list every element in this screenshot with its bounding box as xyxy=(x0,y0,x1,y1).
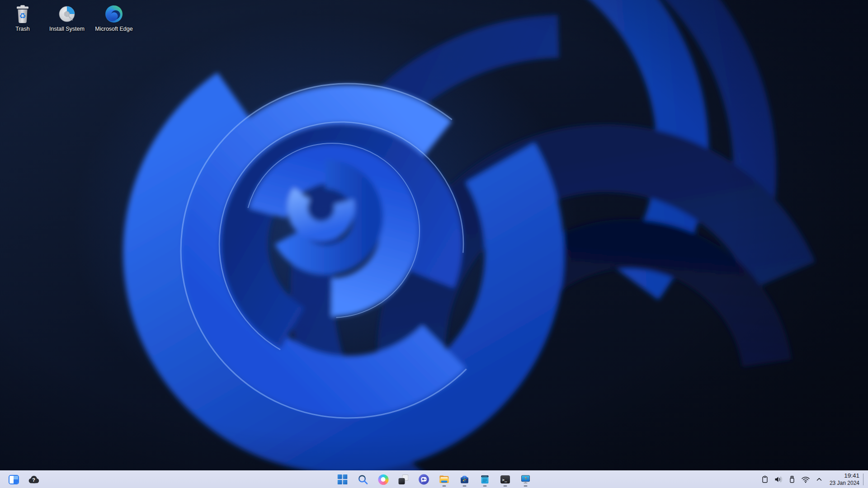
file-explorer-button[interactable] xyxy=(435,472,453,487)
hidden-icons-button[interactable] xyxy=(812,472,826,487)
windows-desktop: ♻ Trash xyxy=(0,0,868,488)
chevron-up-icon xyxy=(816,476,823,483)
desktop-icon-trash[interactable]: ♻ Trash xyxy=(1,4,44,33)
clipboard-icon xyxy=(761,475,769,483)
running-indicator xyxy=(483,485,487,487)
clock-date: 23 Jan 2024 xyxy=(830,480,859,487)
usb-tray-button[interactable] xyxy=(785,472,799,487)
store-bag-button[interactable] xyxy=(456,472,474,487)
taskbar-center-cluster: >_ xyxy=(334,471,535,488)
desktop-icon-label: Trash xyxy=(4,26,42,33)
taskbar-tray: 19:41 23 Jan 2024 xyxy=(758,471,868,488)
desktop-icon-microsoft-edge[interactable]: Microsoft Edge xyxy=(92,4,136,33)
clipboard-tray-button[interactable] xyxy=(758,472,772,487)
desktop-icon-label: Install System xyxy=(48,26,86,33)
clock[interactable]: 19:41 23 Jan 2024 xyxy=(826,472,863,486)
store-bag-icon xyxy=(459,474,470,485)
notepad-button[interactable] xyxy=(476,472,494,487)
volume-icon xyxy=(774,475,783,483)
task-view-icon xyxy=(399,474,409,484)
start-button[interactable] xyxy=(334,472,352,487)
show-desktop-divider xyxy=(863,474,863,485)
terminal-prompt-glyph: >_ xyxy=(502,478,507,482)
wallpaper-bloom xyxy=(0,0,868,488)
chat-icon xyxy=(419,474,429,485)
display-question-icon xyxy=(520,474,531,485)
weather-cloud-icon: ? xyxy=(28,474,40,484)
windows-logo-icon xyxy=(338,474,348,484)
clock-time: 19:41 xyxy=(830,472,859,479)
wifi-icon xyxy=(801,475,810,483)
notepad-icon xyxy=(480,474,491,485)
usb-drive-icon xyxy=(788,475,796,483)
edge-icon xyxy=(92,4,136,24)
taskbar-left-cluster: ? xyxy=(5,471,42,488)
installer-disk-icon xyxy=(45,4,89,24)
show-desktop-button[interactable] xyxy=(863,471,868,488)
widgets-icon xyxy=(9,475,19,484)
terminal-button[interactable]: >_ xyxy=(496,472,514,487)
trash-icon: ♻ xyxy=(1,4,44,24)
search-button[interactable] xyxy=(354,472,372,487)
copilot-icon xyxy=(378,474,388,485)
display-installer-button[interactable] xyxy=(517,472,535,487)
chat-button[interactable] xyxy=(415,472,433,487)
taskbar: ? xyxy=(0,470,868,488)
file-explorer-icon xyxy=(439,474,450,485)
desktop-icon-install-system[interactable]: Install System xyxy=(45,4,89,33)
svg-text:♻: ♻ xyxy=(19,11,26,20)
running-indicator xyxy=(463,485,467,487)
volume-tray-button[interactable] xyxy=(772,472,785,487)
running-indicator xyxy=(443,485,446,487)
terminal-icon: >_ xyxy=(500,474,511,485)
running-indicator xyxy=(504,485,507,487)
search-icon xyxy=(358,474,368,485)
task-view-button[interactable] xyxy=(395,472,413,487)
weather-unknown-glyph: ? xyxy=(32,477,35,483)
copilot-button[interactable] xyxy=(374,472,392,487)
desktop-icon-label: Microsoft Edge xyxy=(95,26,133,33)
wifi-tray-button[interactable] xyxy=(799,472,812,487)
widgets-button[interactable] xyxy=(5,472,22,487)
running-indicator xyxy=(524,485,528,487)
weather-widget-button[interactable]: ? xyxy=(25,472,42,487)
